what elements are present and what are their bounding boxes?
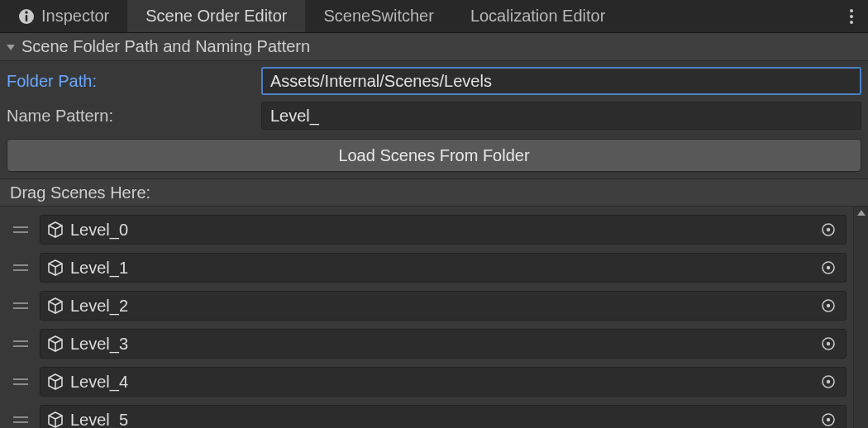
svg-point-36	[827, 380, 830, 383]
unity-cube-icon	[47, 411, 64, 428]
scene-field[interactable]: Level_4	[40, 367, 847, 397]
unity-cube-icon	[47, 297, 64, 314]
drag-handle-icon[interactable]	[10, 225, 31, 235]
scene-row: Level_1	[10, 253, 847, 283]
scene-name: Level_0	[70, 221, 811, 240]
scene-name: Level_4	[70, 373, 811, 392]
target-icon	[821, 336, 836, 351]
scene-order-editor-window: Inspector Scene Order Editor SceneSwitch…	[0, 0, 868, 428]
scene-name: Level_2	[70, 297, 811, 316]
tab-inspector[interactable]: Inspector	[0, 0, 127, 32]
target-icon	[821, 298, 836, 313]
unity-cube-icon	[47, 259, 64, 276]
object-picker-button[interactable]	[818, 371, 839, 392]
scene-row: Level_0	[10, 215, 847, 245]
svg-rect-37	[13, 416, 28, 418]
scene-name: Level_3	[70, 335, 811, 354]
folder-path-row: Folder Path:	[7, 66, 861, 96]
folder-path-input[interactable]	[261, 67, 861, 95]
folder-path-label: Folder Path:	[7, 72, 255, 91]
object-picker-button[interactable]	[818, 219, 839, 240]
tab-label: Scene Order Editor	[145, 7, 287, 26]
foldout-expanded-icon	[5, 41, 17, 53]
svg-marker-43	[857, 210, 866, 216]
tab-label: Localization Editor	[470, 7, 605, 26]
svg-rect-38	[13, 421, 28, 423]
tab-bar: Inspector Scene Order Editor SceneSwitch…	[0, 0, 868, 33]
svg-point-2	[25, 11, 27, 13]
scene-field[interactable]: Level_5	[40, 405, 847, 428]
load-scenes-button-label: Load Scenes From Folder	[338, 146, 529, 165]
tab-label: Inspector	[41, 7, 109, 26]
section-title: Scene Folder Path and Naming Pattern	[21, 37, 310, 56]
svg-point-3	[850, 9, 853, 12]
object-picker-button[interactable]	[818, 295, 839, 316]
scene-row: Level_4	[10, 367, 847, 397]
svg-rect-26	[13, 345, 28, 347]
vertical-scrollbar[interactable]	[853, 207, 868, 428]
info-icon	[18, 8, 35, 25]
path-pattern-form: Folder Path: Name Pattern:	[0, 61, 868, 137]
svg-point-42	[827, 418, 830, 421]
target-icon	[821, 412, 836, 427]
scene-row: Level_2	[10, 291, 847, 321]
svg-rect-20	[13, 307, 28, 309]
scene-list-scroll-area: Level_0 Level_1 Level_2	[0, 207, 868, 428]
svg-point-18	[827, 266, 830, 269]
drag-handle-icon[interactable]	[10, 377, 31, 387]
drag-zone-header: Drag Scenes Here:	[0, 178, 868, 207]
scene-row: Level_3	[10, 329, 847, 359]
panel-menu-button[interactable]	[835, 0, 868, 32]
svg-rect-19	[13, 302, 28, 304]
svg-point-30	[827, 342, 830, 345]
svg-point-5	[850, 21, 853, 24]
object-picker-button[interactable]	[818, 409, 839, 428]
scroll-up-arrow-icon	[854, 208, 868, 218]
section-header[interactable]: Scene Folder Path and Naming Pattern	[0, 33, 868, 61]
drag-zone-label: Drag Scenes Here:	[10, 183, 150, 202]
scene-row: Level_5	[10, 405, 847, 428]
name-pattern-label: Name Pattern:	[7, 107, 255, 126]
target-icon	[821, 222, 836, 237]
tab-scene-switcher[interactable]: SceneSwitcher	[305, 0, 451, 32]
name-pattern-row: Name Pattern:	[7, 101, 861, 131]
svg-rect-14	[13, 269, 28, 271]
svg-rect-32	[13, 383, 28, 385]
tab-localization-editor[interactable]: Localization Editor	[452, 0, 623, 32]
object-picker-button[interactable]	[818, 333, 839, 354]
svg-rect-25	[13, 340, 28, 342]
scene-field[interactable]: Level_0	[40, 215, 847, 245]
svg-point-4	[850, 15, 853, 18]
svg-marker-6	[7, 45, 15, 50]
tab-scene-order-editor[interactable]: Scene Order Editor	[127, 0, 305, 32]
unity-cube-icon	[47, 221, 64, 238]
drag-handle-icon[interactable]	[10, 301, 31, 311]
drag-handle-icon[interactable]	[10, 415, 31, 425]
scene-name: Level_5	[70, 411, 811, 429]
target-icon	[821, 260, 836, 275]
drag-handle-icon[interactable]	[10, 263, 31, 273]
svg-rect-1	[26, 15, 28, 21]
scene-list[interactable]: Level_0 Level_1 Level_2	[0, 207, 853, 428]
scene-field[interactable]: Level_2	[40, 291, 847, 321]
unity-cube-icon	[47, 373, 64, 390]
load-scenes-button[interactable]: Load Scenes From Folder	[7, 139, 861, 172]
svg-point-12	[827, 228, 830, 231]
unity-cube-icon	[47, 335, 64, 352]
svg-rect-13	[13, 264, 28, 266]
scene-field[interactable]: Level_3	[40, 329, 847, 359]
svg-rect-8	[13, 231, 28, 233]
scene-name: Level_1	[70, 259, 811, 278]
drag-handle-icon[interactable]	[10, 339, 31, 349]
name-pattern-input[interactable]	[261, 102, 861, 130]
scene-field[interactable]: Level_1	[40, 253, 847, 283]
kebab-icon	[849, 8, 854, 25]
tab-label: SceneSwitcher	[323, 7, 433, 26]
object-picker-button[interactable]	[818, 257, 839, 278]
svg-rect-31	[13, 378, 28, 380]
svg-point-24	[827, 304, 830, 307]
svg-rect-7	[13, 226, 28, 228]
target-icon	[821, 374, 836, 389]
